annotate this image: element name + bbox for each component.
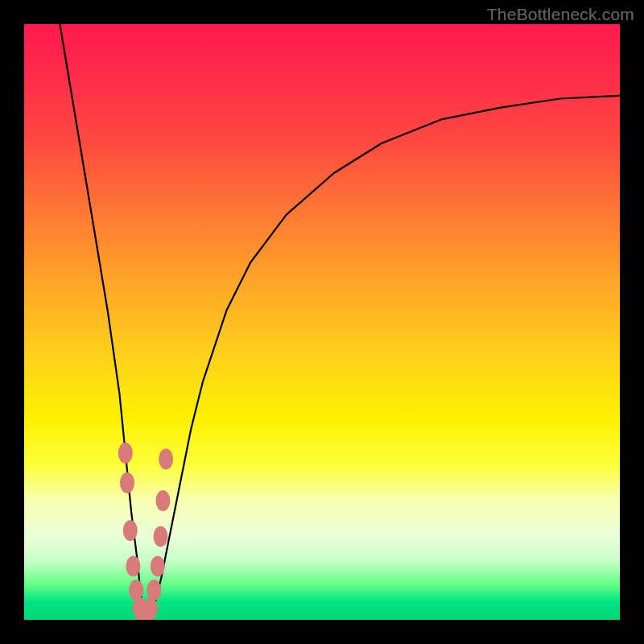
marker-point <box>153 526 167 547</box>
marker-point <box>143 597 158 618</box>
watermark-text: TheBottleneck.com <box>487 5 634 24</box>
marker-point <box>151 555 165 576</box>
marker-point <box>155 490 170 511</box>
marker-point <box>118 443 133 464</box>
marker-point <box>123 520 138 541</box>
chart-svg <box>24 24 620 620</box>
chart-frame: TheBottleneck.com <box>0 0 644 644</box>
marker-point <box>120 473 134 493</box>
bottleneck-curve <box>60 24 620 617</box>
marker-point <box>147 580 161 601</box>
marker-point <box>126 555 140 576</box>
plot-area <box>24 24 620 620</box>
marker-point <box>159 448 173 469</box>
marker-point <box>129 580 143 601</box>
